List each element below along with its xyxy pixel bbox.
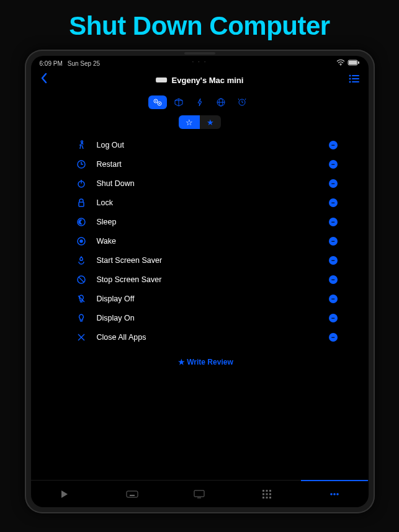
svg-rect-5 <box>352 75 359 76</box>
moon-circle-icon <box>74 217 88 227</box>
device-name: Evgeny's Mac mini <box>172 76 244 85</box>
svg-point-6 <box>349 78 351 80</box>
action-label: Lock <box>97 198 329 207</box>
action-lock[interactable]: Lock <box>74 193 338 212</box>
svg-point-51 <box>330 493 333 495</box>
action-stop-screensaver[interactable]: Stop Screen Saver <box>74 270 338 289</box>
bulb-off-icon <box>74 294 88 304</box>
svg-rect-48 <box>262 497 264 499</box>
more-badge-icon[interactable] <box>329 295 338 303</box>
action-display-off[interactable]: Display Off <box>74 289 338 308</box>
close-x-icon <box>74 332 88 342</box>
screen: 6:09 PM Sun Sep 25 · · · Evgeny's Mac mi… <box>31 56 369 507</box>
svg-point-25 <box>80 240 83 242</box>
status-time: 6:09 PM <box>40 60 63 67</box>
fire-timer-icon <box>74 255 88 265</box>
action-wake[interactable]: Wake <box>74 231 338 250</box>
action-display-on[interactable]: Display On <box>74 308 338 327</box>
svg-rect-22 <box>79 202 84 206</box>
action-label: Sleep <box>97 218 329 226</box>
hero-title: Shut Down Computer <box>0 0 399 50</box>
filter-gears[interactable] <box>148 95 167 109</box>
tab-grid[interactable] <box>233 481 301 507</box>
svg-rect-49 <box>266 497 268 499</box>
action-sleep[interactable]: Sleep <box>74 212 338 231</box>
action-label: Restart <box>97 160 329 169</box>
filter-row <box>31 92 369 113</box>
svg-rect-40 <box>194 490 204 497</box>
svg-line-27 <box>79 277 84 282</box>
svg-rect-50 <box>269 497 271 499</box>
svg-point-8 <box>349 81 351 83</box>
svg-rect-42 <box>262 490 264 492</box>
svg-rect-7 <box>352 78 359 79</box>
more-badge-icon[interactable] <box>329 198 338 207</box>
svg-rect-46 <box>266 493 268 495</box>
tab-keyboard[interactable] <box>98 481 166 507</box>
nav-header: Evgeny's Mac mini <box>31 68 369 92</box>
tab-play[interactable] <box>31 481 99 507</box>
action-label: Log Out <box>97 141 329 149</box>
back-button[interactable] <box>40 72 48 88</box>
more-badge-icon[interactable] <box>329 141 338 149</box>
more-badge-icon[interactable] <box>329 275 338 284</box>
action-close-all-apps[interactable]: Close All Apps <box>74 327 338 347</box>
star-segment: ☆ ★ <box>31 113 369 135</box>
action-label: Start Screen Saver <box>97 256 329 265</box>
filter-clock[interactable] <box>233 95 251 109</box>
home-indicator-dots: · · · <box>192 58 207 65</box>
more-badge-icon[interactable] <box>329 314 338 322</box>
action-label: Display Off <box>97 295 329 303</box>
svg-point-18 <box>81 141 83 143</box>
more-badge-icon[interactable] <box>329 179 338 188</box>
status-date: Sun Sep 25 <box>68 60 100 67</box>
more-badge-icon[interactable] <box>329 160 338 169</box>
filter-bolt[interactable] <box>191 95 209 109</box>
wifi-icon <box>336 60 345 67</box>
action-label: Stop Screen Saver <box>97 275 329 284</box>
svg-rect-47 <box>269 493 271 495</box>
svg-point-4 <box>349 75 351 77</box>
action-label: Wake <box>97 237 329 246</box>
star-icon: ★ <box>178 358 185 366</box>
svg-point-13 <box>159 103 160 104</box>
list-view-button[interactable] <box>349 74 360 86</box>
filter-globe[interactable] <box>212 95 230 109</box>
tab-more[interactable] <box>301 480 369 507</box>
action-label: Shut Down <box>97 179 329 188</box>
more-badge-icon[interactable] <box>329 218 338 226</box>
filter-cube[interactable] <box>169 95 188 109</box>
action-shut-down[interactable]: Shut Down <box>74 174 338 193</box>
status-bar: 6:09 PM Sun Sep 25 · · · <box>31 56 369 68</box>
star-seg-filled[interactable]: ★ <box>200 115 221 129</box>
write-review-link[interactable]: ★ Write Review <box>74 347 338 378</box>
more-badge-icon[interactable] <box>329 237 338 246</box>
action-list: Log Out Restart Shut Down Lock Sleep <box>31 135 369 480</box>
action-log-out[interactable]: Log Out <box>74 135 338 154</box>
svg-rect-33 <box>127 491 138 497</box>
svg-rect-43 <box>266 490 268 492</box>
svg-rect-44 <box>269 490 271 492</box>
svg-point-53 <box>336 493 339 495</box>
battery-icon <box>347 60 360 67</box>
cancel-circle-icon <box>74 275 88 285</box>
lock-icon <box>74 198 88 208</box>
sun-circle-icon <box>74 236 88 246</box>
svg-rect-3 <box>358 61 359 64</box>
ipad-frame: 6:09 PM Sun Sep 25 · · · Evgeny's Mac mi… <box>25 50 375 513</box>
svg-rect-9 <box>352 81 359 82</box>
tab-display[interactable] <box>166 481 233 507</box>
svg-point-52 <box>333 493 336 495</box>
action-label: Close All Apps <box>97 333 329 342</box>
action-restart[interactable]: Restart <box>74 154 338 174</box>
tab-bar <box>31 480 369 507</box>
bulb-on-icon <box>74 313 88 323</box>
mac-mini-icon <box>156 78 167 82</box>
more-badge-icon[interactable] <box>329 333 338 342</box>
review-label: Write Review <box>187 358 233 366</box>
action-start-screensaver[interactable]: Start Screen Saver <box>74 250 338 270</box>
star-seg-outline[interactable]: ☆ <box>179 115 200 129</box>
power-icon <box>74 179 88 188</box>
more-badge-icon[interactable] <box>329 256 338 265</box>
svg-point-11 <box>155 100 156 102</box>
